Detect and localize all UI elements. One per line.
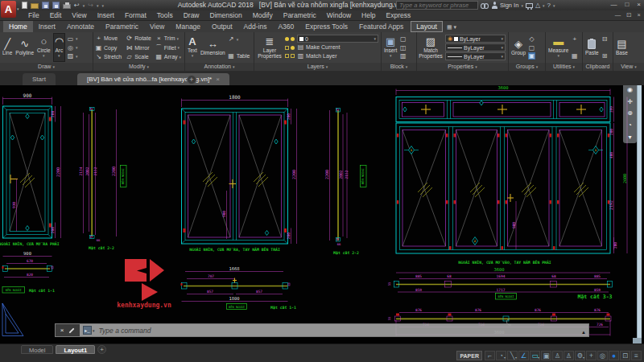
ribbon-tab-annotate[interactable]: Annotate bbox=[61, 21, 100, 32]
measure-button[interactable]: ▬Measure▾ bbox=[547, 33, 569, 62]
base-button[interactable]: ▤Base bbox=[615, 33, 629, 62]
a360-caret-icon[interactable]: ▾ bbox=[543, 3, 545, 8]
menu-tools[interactable]: Tools bbox=[157, 11, 173, 19]
tab-layout1[interactable]: Layout1 bbox=[56, 345, 95, 354]
copy-button[interactable]: ▣Copy bbox=[95, 43, 122, 52]
save-icon[interactable] bbox=[42, 2, 49, 9]
search-input[interactable] bbox=[396, 1, 478, 10]
panel-title-groups[interactable]: Groups ▾ bbox=[509, 63, 545, 71]
application-button[interactable]: A bbox=[1, 1, 16, 18]
menu-window[interactable]: Window bbox=[327, 11, 351, 19]
panel-title-view[interactable]: View ▾ bbox=[613, 63, 644, 71]
dimension-button[interactable]: ↔Dimension bbox=[200, 33, 226, 62]
ellipse-tool-button[interactable]: ◎▾ bbox=[67, 43, 78, 52]
ribbon-tab-manage[interactable]: Manage bbox=[170, 21, 206, 32]
sign-in-caret-icon[interactable]: ▾ bbox=[521, 3, 523, 8]
navbar-more-icon[interactable]: ▾ bbox=[628, 134, 631, 141]
command-caret-icon[interactable]: ▾ bbox=[93, 328, 95, 333]
panel-title-annotation[interactable]: Annotation ▾ bbox=[185, 63, 254, 71]
panel-title-modify[interactable]: Modify ▾ bbox=[93, 63, 184, 71]
copy-clip-button[interactable]: ⊞ bbox=[601, 51, 609, 60]
cad-drawing[interactable]: 900 200 2200 200 930 NGOÀI NHÌN, CỬA MỞ … bbox=[0, 85, 644, 343]
save-as-icon[interactable] bbox=[52, 2, 60, 9]
annotation-scale-current-icon[interactable]: ♙ bbox=[552, 351, 563, 360]
ribbon-tab-parametric[interactable]: Parametric bbox=[100, 21, 144, 32]
menu-express[interactable]: Express bbox=[386, 11, 411, 19]
lineweight-combo[interactable]: ByLayer▾ bbox=[445, 43, 506, 51]
application-caret-icon[interactable]: ▾ bbox=[17, 6, 19, 11]
isodraft-icon[interactable]: ╲▾ bbox=[507, 351, 518, 360]
trim-button[interactable]: ×Trim▾ bbox=[155, 34, 181, 43]
make-current-button[interactable]: ▤Make Current bbox=[297, 43, 378, 51]
insert-button[interactable]: ▣Insert▾ bbox=[383, 33, 398, 62]
menu-file[interactable]: File bbox=[28, 11, 39, 19]
layer-lock-icon[interactable] bbox=[285, 46, 289, 50]
isolate-objects-icon[interactable]: ◎ bbox=[597, 351, 608, 360]
open-icon[interactable] bbox=[31, 3, 39, 9]
circle-button[interactable]: ○Circle▾ bbox=[36, 33, 52, 62]
mirror-button[interactable]: ⋈Mirror bbox=[126, 43, 151, 52]
store-cart-icon[interactable] bbox=[526, 3, 533, 8]
annotation-monitor-icon[interactable]: + bbox=[586, 351, 597, 360]
paper-space-toggle[interactable]: PAPER bbox=[456, 351, 482, 360]
cut-button[interactable]: ⊟ bbox=[601, 35, 609, 43]
a360-icon[interactable]: △ bbox=[535, 2, 540, 9]
paste-button[interactable]: Paste bbox=[584, 33, 600, 62]
maximize-icon[interactable]: □ bbox=[625, 0, 629, 10]
tab-model[interactable]: Model bbox=[21, 345, 53, 354]
object-color-combo[interactable]: ◉ByLayer▾ bbox=[445, 35, 506, 43]
ungroup-button[interactable]: ◇ bbox=[528, 35, 535, 43]
pan-icon[interactable]: ✛ bbox=[627, 98, 633, 105]
workspace-gear-icon[interactable]: ⚙▾ bbox=[575, 351, 585, 360]
block-attrib-button[interactable]: ▥ bbox=[399, 51, 407, 60]
layer-on-icon[interactable] bbox=[285, 37, 289, 41]
zoom-extents-icon[interactable]: ⊕ bbox=[627, 109, 633, 117]
command-line-bar[interactable]: × ▸_ ▾ Type a command ▲ bbox=[55, 323, 589, 337]
create-block-button[interactable]: ▢ bbox=[399, 35, 407, 43]
layer-combo[interactable]: 0▾ bbox=[297, 35, 378, 43]
command-recent-icon[interactable]: ▸_ bbox=[83, 326, 92, 335]
group-button[interactable]: ◈Group bbox=[510, 33, 526, 62]
panel-title-utilities[interactable]: Utilities ▾ bbox=[546, 63, 582, 71]
tab-start[interactable]: Start bbox=[23, 73, 56, 85]
ribbon-tab-addins[interactable]: Add-ins bbox=[238, 21, 273, 32]
layer-unlock-icon[interactable] bbox=[285, 54, 289, 58]
menu-draw[interactable]: Draw bbox=[184, 11, 200, 19]
new-drawing-tab-button[interactable]: + bbox=[187, 75, 196, 84]
move-button[interactable]: +Move bbox=[95, 34, 122, 43]
layer-isolate-icon[interactable] bbox=[291, 46, 295, 50]
ribbon-tab-insert[interactable]: Insert bbox=[33, 21, 61, 32]
redo-icon[interactable]: ↪ bbox=[88, 2, 93, 9]
scale-button[interactable]: ▱Scale bbox=[126, 52, 151, 61]
customization-icon[interactable]: ≡ bbox=[631, 351, 642, 360]
polyline-button[interactable]: ∿Polyline bbox=[14, 33, 35, 62]
redo-caret-icon[interactable]: ▾ bbox=[97, 3, 99, 8]
doc-close-icon[interactable]: × bbox=[638, 11, 641, 19]
id-point-button[interactable]: + bbox=[571, 35, 578, 43]
help-icon[interactable]: ? bbox=[547, 2, 551, 9]
ribbon-tab-view[interactable]: View bbox=[144, 21, 170, 32]
search-icon[interactable] bbox=[481, 2, 489, 8]
group-edit-button[interactable]: ▢ bbox=[528, 43, 535, 52]
edit-block-button[interactable]: ◫ bbox=[399, 43, 407, 52]
rotate-button[interactable]: ⟳Rotate bbox=[126, 34, 151, 43]
match-properties-button[interactable]: ▨Match Properties bbox=[419, 33, 443, 62]
panel-title-properties[interactable]: Properties ▾ bbox=[417, 63, 508, 71]
command-close-icon[interactable]: × bbox=[60, 327, 64, 334]
close-icon[interactable]: × bbox=[637, 0, 641, 10]
panel-title-block[interactable]: Block ▾ bbox=[382, 63, 416, 71]
navwheel-icon[interactable]: ◉ bbox=[627, 86, 633, 93]
orbit-icon[interactable]: ◔ bbox=[628, 121, 632, 129]
menu-edit[interactable]: Edit bbox=[50, 11, 62, 19]
graphics-performance-icon[interactable]: ● bbox=[609, 351, 619, 360]
table-button[interactable]: ▦Table bbox=[228, 51, 250, 60]
ribbon-tab-featured-apps[interactable]: Featured Apps bbox=[353, 21, 409, 32]
doc-minimize-icon[interactable]: — bbox=[615, 11, 621, 19]
menu-format[interactable]: Format bbox=[125, 11, 147, 19]
annotation-visibility-icon[interactable]: ▣ bbox=[541, 351, 551, 360]
plot-icon[interactable] bbox=[63, 4, 71, 9]
linetype-combo[interactable]: ByLayer▾ bbox=[445, 52, 506, 60]
polar-tracking-icon[interactable]: ◔▾ bbox=[496, 351, 506, 360]
new-layout-button[interactable]: + bbox=[97, 345, 106, 354]
new-icon[interactable] bbox=[22, 2, 27, 9]
